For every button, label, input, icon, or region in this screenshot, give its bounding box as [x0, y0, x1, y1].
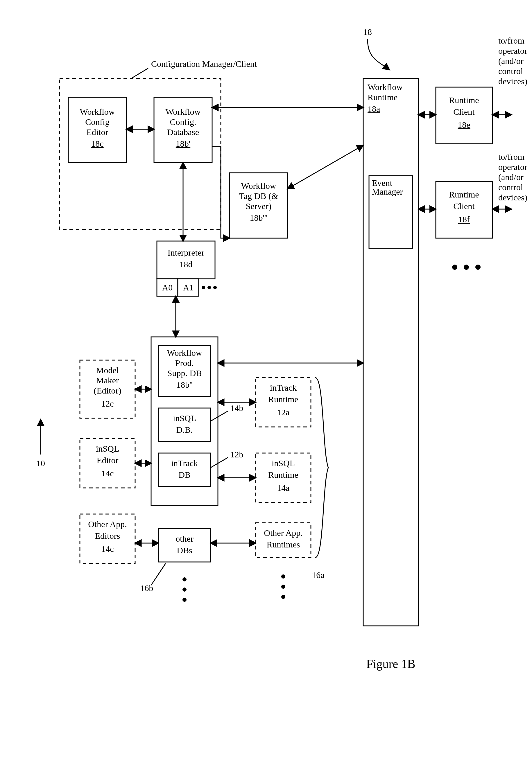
runtime-client-f-box: Runtime Client 18f: [436, 182, 492, 238]
svg-text:Database: Database: [167, 127, 199, 137]
interpreter-box: Interpreter 18d A0 A1: [157, 241, 217, 296]
svg-line-1: [132, 68, 148, 78]
svg-text:Maker: Maker: [96, 375, 119, 385]
svg-text:devices): devices): [498, 76, 527, 86]
other-app-runtimes-box: Other App. Runtimes: [256, 523, 311, 558]
svg-point-44: [183, 577, 187, 581]
svg-text:18b''': 18b''': [250, 213, 267, 223]
insql-db-ref: 14b: [231, 403, 243, 413]
model-maker-box: Model Maker (Editor) 12c: [80, 360, 135, 418]
system-ref-label: 10: [36, 458, 45, 468]
svg-text:control: control: [498, 182, 523, 192]
svg-point-45: [183, 588, 187, 592]
svg-text:18d: 18d: [180, 259, 193, 269]
svg-point-110: [464, 264, 469, 270]
runtimes-brace-ref: 16a: [312, 570, 324, 580]
insql-editor-box: inSQL Editor 14c: [80, 438, 135, 488]
svg-text:inTrack: inTrack: [171, 458, 198, 468]
svg-text:(and/or: (and/or: [498, 172, 523, 182]
svg-text:Workflow: Workflow: [167, 348, 202, 358]
svg-text:operator: operator: [498, 162, 527, 172]
svg-text:Other App.: Other App.: [88, 519, 127, 529]
svg-point-111: [475, 264, 480, 270]
workflow-ref-label: 18: [363, 27, 372, 37]
svg-point-77: [281, 574, 285, 578]
svg-text:18f: 18f: [458, 214, 470, 224]
svg-text:Workflow: Workflow: [166, 107, 201, 117]
insql-runtime-box: inSQL Runtime 14a: [256, 453, 311, 502]
insql-db-box: inSQL D.B.: [159, 408, 211, 441]
svg-text:DBs: DBs: [177, 545, 192, 555]
svg-text:Runtime: Runtime: [449, 95, 479, 105]
svg-text:other: other: [175, 534, 194, 543]
svg-line-43: [151, 564, 166, 585]
svg-text:Client: Client: [453, 201, 475, 211]
other-dbs-box: other DBs: [159, 529, 211, 562]
runtime-client-e-box: Runtime Client 18e: [436, 87, 492, 144]
svg-text:Config: Config: [85, 117, 109, 127]
arrow-tagdb-runtime: [288, 145, 363, 189]
svg-point-26: [213, 286, 217, 289]
svg-text:14c: 14c: [101, 468, 114, 478]
other-app-editors-box: Other App. Editors 14c: [80, 514, 135, 564]
event-manager-box: Event Manager: [369, 176, 412, 248]
svg-text:18a: 18a: [368, 104, 380, 114]
brace-icon: [315, 378, 328, 558]
svg-text:Runtime: Runtime: [449, 190, 479, 199]
svg-text:Workflow: Workflow: [80, 107, 115, 117]
svg-text:inTrack: inTrack: [270, 383, 297, 392]
workflow-config-editor-box: Workflow Config Editor 18c: [68, 97, 126, 163]
operator-note-bottom: to/from operator (and/or control devices…: [498, 152, 527, 202]
svg-text:Supp. DB: Supp. DB: [167, 368, 202, 378]
svg-text:inSQL: inSQL: [96, 444, 119, 453]
svg-point-24: [202, 286, 205, 289]
svg-point-109: [452, 264, 457, 270]
svg-text:Runtime: Runtime: [268, 395, 298, 404]
svg-text:DB: DB: [178, 470, 191, 479]
config-manager-label: Configuration Manager/Client: [151, 59, 257, 69]
svg-point-46: [183, 598, 187, 602]
svg-text:14a: 14a: [277, 483, 289, 493]
svg-text:18e: 18e: [458, 120, 470, 129]
svg-text:Workflow: Workflow: [368, 82, 403, 92]
arrow-configdb-tagdb: [212, 147, 230, 238]
svg-text:Runtimes: Runtimes: [266, 539, 300, 549]
svg-text:Client: Client: [453, 107, 475, 117]
workflow-tag-db-box: Workflow Tag DB (& Server) 18b''': [230, 173, 288, 238]
svg-rect-80: [363, 79, 418, 626]
svg-text:inSQL: inSQL: [272, 458, 295, 468]
svg-text:Other App.: Other App.: [264, 528, 302, 537]
svg-text:to/from: to/from: [498, 36, 524, 45]
workflow-runtime-box: Workflow Runtime 18a: [363, 79, 418, 626]
svg-text:Editors: Editors: [95, 531, 120, 540]
intrack-db-box: inTrack DB: [159, 453, 211, 486]
intrack-runtime-box: inTrack Runtime 12a: [256, 378, 311, 427]
prod-supp-db-box: Workflow Prod. Supp. DB 18b'': [159, 346, 211, 396]
svg-text:control: control: [498, 66, 523, 76]
svg-text:18b'': 18b'': [176, 380, 193, 390]
svg-text:12a: 12a: [277, 407, 289, 417]
operator-note-top: to/from operator (and/or control devices…: [498, 36, 527, 86]
svg-text:Runtime: Runtime: [368, 92, 398, 102]
svg-text:14c: 14c: [101, 544, 114, 554]
svg-point-25: [207, 286, 211, 289]
svg-text:Editor: Editor: [97, 455, 119, 465]
svg-point-78: [281, 585, 285, 589]
svg-text:18c: 18c: [91, 139, 103, 149]
svg-text:Editor: Editor: [87, 127, 108, 137]
svg-text:inSQL: inSQL: [173, 413, 196, 423]
figure-label: Figure 1B: [366, 657, 415, 671]
svg-text:D.B.: D.B.: [176, 425, 193, 434]
svg-text:Tag DB (&: Tag DB (&: [239, 191, 278, 201]
svg-point-79: [281, 595, 285, 599]
svg-text:operator: operator: [498, 46, 527, 55]
svg-text:Server): Server): [246, 201, 271, 211]
svg-text:Model: Model: [96, 365, 119, 375]
svg-text:(and/or: (and/or: [498, 56, 523, 66]
svg-text:Runtime: Runtime: [268, 470, 298, 479]
svg-text:Event: Event: [372, 178, 393, 188]
workflow-config-database-box: Workflow Config. Database 18b': [154, 97, 212, 163]
svg-text:Prod.: Prod.: [175, 358, 194, 368]
svg-text:12c: 12c: [101, 399, 114, 408]
svg-text:Config.: Config.: [170, 117, 196, 127]
